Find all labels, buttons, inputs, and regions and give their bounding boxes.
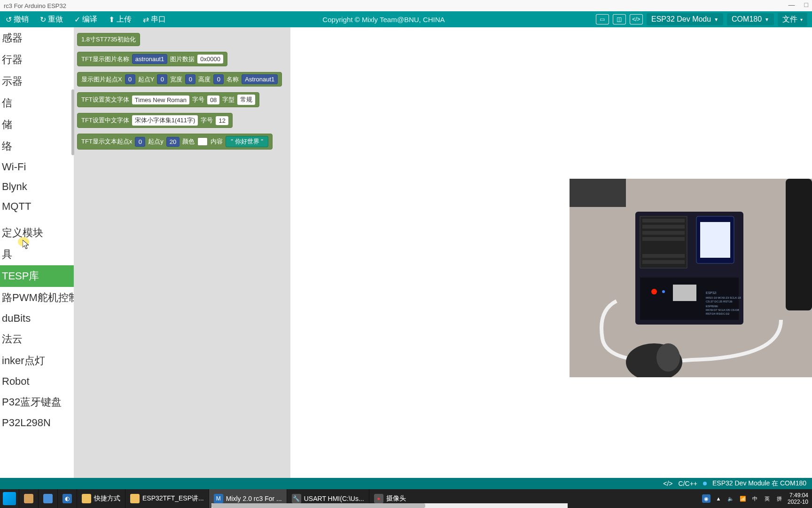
board-select[interactable]: ESP32 Dev Modu ▼ xyxy=(647,13,723,25)
port-select[interactable]: COM180 ▼ xyxy=(727,13,774,25)
sidebar-item[interactable]: MQTT xyxy=(0,197,74,216)
tray-icon[interactable]: 📶 xyxy=(739,494,747,503)
ime-indicator[interactable]: 中 xyxy=(751,494,759,503)
sidebar-item[interactable]: Wi-Fi xyxy=(0,157,74,177)
svg-text:ESP8266:: ESP8266: xyxy=(706,305,718,308)
svg-rect-11 xyxy=(700,222,730,258)
block-text[interactable]: TFT显示文本起点x 0 起点y 20 颜色 内容 " 你好世界 " xyxy=(77,134,273,150)
toolbar: ↺ 撤销 ↻ 重做 ✓ 编译 ⬆ 上传 ⇄ 串口 Copyright © Mix… xyxy=(0,11,812,27)
folder-icon xyxy=(130,494,140,503)
sidebar-item-active[interactable]: TESP库 xyxy=(0,265,74,287)
sidebar-item[interactable]: 示器 xyxy=(0,71,74,92)
window-buttons: — □ xyxy=(789,1,808,8)
sidebar-item[interactable]: 络 xyxy=(0,135,74,157)
sidebar-item[interactable]: Robot xyxy=(0,372,74,391)
check-icon: ✓ xyxy=(74,15,80,24)
svg-rect-8 xyxy=(642,254,685,258)
status-bar: </> C/C++ ESP32 Dev Module 在 COM180 xyxy=(0,478,812,489)
task-tray-app[interactable] xyxy=(19,489,38,508)
start-button[interactable] xyxy=(3,492,16,505)
status-board: ESP32 Dev Module 在 COM180 xyxy=(712,479,806,488)
tray-icon[interactable]: ▲ xyxy=(714,494,723,503)
ime-indicator[interactable]: 拼 xyxy=(775,494,784,503)
svg-rect-1 xyxy=(570,179,626,207)
block-palette: 1.8寸ST7735初始化 TFT显示图片名称 astronaut1 图片数据 … xyxy=(74,27,290,478)
sidebar-item[interactable]: 储 xyxy=(0,114,74,135)
sidebar-item[interactable]: duBits xyxy=(0,309,74,328)
app-icon: M xyxy=(214,494,223,503)
layout-icon-2[interactable]: ◫ xyxy=(613,14,626,24)
block-font-en[interactable]: TFT设置英文字体 Times New Roman 字号 08 字型 常规 xyxy=(77,92,259,107)
code-lang-icon: </> xyxy=(663,480,672,487)
svg-rect-6 xyxy=(642,231,685,235)
clock[interactable]: 7:49:04 2022-10 xyxy=(788,492,808,505)
task-tray-app[interactable]: ◐ xyxy=(57,489,77,508)
ime-indicator[interactable]: 英 xyxy=(763,494,772,503)
serial-icon: ⇄ xyxy=(143,15,149,24)
task-folder-1[interactable]: 快捷方式 xyxy=(77,489,125,508)
svg-text:MOSI:D7 SCLK:D5 CS:D8: MOSI:D7 SCLK:D5 CS:D8 xyxy=(706,309,739,311)
copyright-text: Copyright © Mixly Team@BNU, CHINA xyxy=(172,16,596,24)
sidebar-item[interactable]: P32L298N xyxy=(0,413,74,433)
sidebar-item[interactable]: 信 xyxy=(0,92,74,114)
svg-rect-7 xyxy=(642,237,685,241)
upload-button[interactable]: ⬆ 上传 xyxy=(103,15,137,24)
sidebar-item[interactable]: inker点灯 xyxy=(0,350,74,372)
block-init[interactable]: 1.8寸ST7735初始化 xyxy=(77,33,140,46)
svg-rect-9 xyxy=(642,260,685,264)
file-menu[interactable]: 文件 ▾ xyxy=(778,13,807,26)
wrench-icon: 🔧 xyxy=(292,494,301,503)
horizontal-scrollbar[interactable] xyxy=(211,503,568,508)
sidebar-item[interactable]: 行器 xyxy=(0,49,74,71)
redo-button[interactable]: ↻ 重做 xyxy=(34,15,69,24)
serial-button[interactable]: ⇄ 串口 xyxy=(137,15,172,24)
code-icon[interactable]: </> xyxy=(630,14,643,24)
tray-icon[interactable]: 🔈 xyxy=(726,494,735,503)
sidebar-item[interactable]: 具 xyxy=(0,244,74,265)
svg-rect-15 xyxy=(673,285,696,301)
status-dot-icon xyxy=(703,482,707,485)
svg-rect-4 xyxy=(642,219,685,222)
undo-button[interactable]: ↺ 撤销 xyxy=(0,15,34,24)
svg-text:CS:27 DC:25 RST:26: CS:27 DC:25 RST:26 xyxy=(706,300,733,303)
status-lang: C/C++ xyxy=(679,480,697,487)
block-image-pos[interactable]: 显示图片起点X 0 起点Y 0 宽度 0 高度 0 名称 Astronaut1 xyxy=(77,72,282,87)
tray-icon[interactable]: ◉ xyxy=(702,494,710,503)
sidebar: 感器 行器 示器 信 储 络 Wi-Fi Blynk MQTT 定义模块 具 T… xyxy=(0,27,74,478)
title-bar: rc3 For Arduino ESP32 — □ xyxy=(0,0,812,11)
svg-text:MISO:19 MOSI:23 SCLK:18: MISO:19 MOSI:23 SCLK:18 xyxy=(706,296,741,299)
color-swatch[interactable] xyxy=(197,137,208,146)
task-folder-2[interactable]: ESP32TFT_ESP讲... xyxy=(125,489,209,508)
svg-point-14 xyxy=(662,290,665,293)
svg-text:ESP32:: ESP32: xyxy=(706,291,717,294)
svg-rect-24 xyxy=(786,179,812,310)
sidebar-item[interactable]: 法云 xyxy=(0,328,74,350)
task-tray-app[interactable] xyxy=(38,489,57,508)
sidebar-item[interactable]: 路PWM舵机控制板 xyxy=(0,287,74,309)
block-font-cn[interactable]: TFT设置中文字体 宋体小字体集1(411字) 字号 12 xyxy=(77,113,233,128)
maximize-button[interactable]: □ xyxy=(804,1,808,8)
chevron-down-icon: ▾ xyxy=(800,17,803,22)
chevron-down-icon: ▼ xyxy=(765,17,769,22)
compile-button[interactable]: ✓ 编译 xyxy=(69,15,103,24)
minimize-button[interactable]: — xyxy=(789,1,795,8)
svg-rect-5 xyxy=(642,225,685,229)
svg-text:RST:D4 RS/DC:D2: RST:D4 RS/DC:D2 xyxy=(706,312,730,315)
block-image-name[interactable]: TFT显示图片名称 astronaut1 图片数据 0x0000 xyxy=(77,52,227,66)
window-title: rc3 For Arduino ESP32 xyxy=(4,2,66,9)
svg-point-13 xyxy=(651,289,657,294)
chevron-down-icon: ▼ xyxy=(714,17,718,22)
svg-point-23 xyxy=(656,343,680,372)
sidebar-item[interactable]: Blynk xyxy=(0,177,74,197)
record-icon: ● xyxy=(374,494,383,503)
sidebar-item[interactable]: 定义模块 xyxy=(0,222,74,244)
folder-icon xyxy=(82,494,91,503)
upload-icon: ⬆ xyxy=(109,15,115,24)
layout-icon-1[interactable]: ▭ xyxy=(596,14,609,24)
sidebar-item[interactable]: P32蓝牙键盘 xyxy=(0,391,74,413)
camera-overlay: ESP32: MISO:19 MOSI:23 SCLK:18 CS:27 DC:… xyxy=(570,179,812,377)
undo-icon: ↺ xyxy=(6,15,12,24)
sidebar-item[interactable]: 感器 xyxy=(0,27,74,49)
redo-icon: ↻ xyxy=(40,15,46,24)
